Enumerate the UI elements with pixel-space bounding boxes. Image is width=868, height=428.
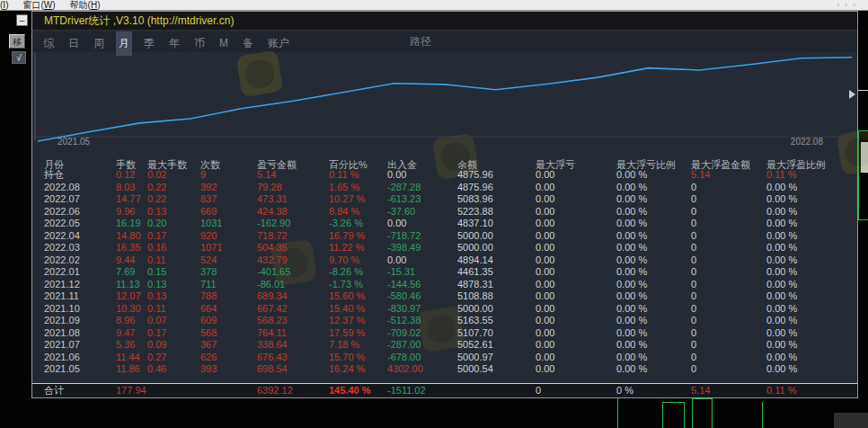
cell: 837 bbox=[200, 193, 217, 206]
menu-item-I[interactable]: (I) bbox=[0, 0, 8, 10]
tab-综[interactable]: 综 bbox=[43, 33, 54, 54]
cell: -287.28 bbox=[387, 182, 421, 194]
cell: 0 bbox=[691, 254, 696, 267]
cell: 0.00 % bbox=[616, 352, 647, 364]
row-label: 2021.07 bbox=[44, 339, 80, 352]
row-label: 2022.08 bbox=[44, 182, 80, 194]
cell: 4875.96 bbox=[457, 182, 493, 194]
row-label: 2022.01 bbox=[44, 266, 80, 279]
cell: 9.70 % bbox=[329, 254, 359, 267]
cell: 16.24 % bbox=[329, 363, 365, 376]
cell: 0.00 bbox=[536, 266, 554, 279]
cell: 0.00 % bbox=[766, 218, 797, 230]
cell: 5000.97 bbox=[457, 352, 493, 364]
path-button[interactable]: 路径 bbox=[410, 31, 431, 52]
cell: 0.00 bbox=[536, 182, 554, 194]
cell: 0.00 bbox=[536, 230, 554, 243]
tab-季[interactable]: 季 bbox=[144, 33, 155, 54]
tab-币[interactable]: 币 bbox=[194, 33, 205, 54]
cell: 392 bbox=[200, 182, 217, 194]
cell: 0.11 bbox=[147, 303, 166, 316]
cell: 0.00 bbox=[536, 339, 554, 352]
cell: 393 bbox=[200, 363, 217, 376]
row-label: 2021.10 bbox=[44, 303, 80, 316]
cell: 9.47 bbox=[116, 327, 135, 340]
cell: 0.20 bbox=[147, 218, 166, 230]
cell: 0.00 % bbox=[616, 182, 647, 194]
cell: 0.00 % bbox=[766, 266, 797, 279]
window-title-bar[interactable]: MTDriver统计 ,V3.10 (http://mtdriver.cn) bbox=[32, 12, 857, 31]
cell: -162.90 bbox=[257, 218, 290, 230]
green-vline-fragment bbox=[762, 402, 763, 428]
cell: 0.07 bbox=[147, 315, 166, 327]
cell: 0 bbox=[691, 266, 696, 279]
cell: 0.00 % bbox=[616, 218, 647, 230]
cell: 5000.54 bbox=[457, 363, 493, 376]
cell: 17.59 % bbox=[329, 327, 365, 340]
tab-日[interactable]: 日 bbox=[68, 33, 79, 54]
menu-item-W[interactable]: 窗口(W) bbox=[22, 0, 55, 10]
restore-window-button[interactable]: – bbox=[16, 14, 28, 26]
cell: -144.56 bbox=[387, 279, 421, 291]
cell: 473.31 bbox=[257, 193, 288, 206]
cell: 1071 bbox=[200, 242, 222, 254]
cell: 5000.00 bbox=[457, 242, 493, 254]
cell: 0 bbox=[691, 352, 696, 364]
cell: 0.09 bbox=[147, 339, 166, 352]
tab-年[interactable]: 年 bbox=[169, 33, 180, 54]
table-row-2022.07: 2022.0714.770.22837473.3110.27 %-613.235… bbox=[32, 193, 857, 206]
green-bracket-leg bbox=[712, 398, 713, 428]
totals-cell: -1511.02 bbox=[387, 384, 426, 397]
cell: 0.00 % bbox=[766, 206, 797, 218]
row-label: 2021.11 bbox=[44, 290, 79, 303]
cell: 5052.61 bbox=[457, 339, 493, 352]
cell: 0 bbox=[691, 279, 696, 291]
cell: 669 bbox=[200, 206, 217, 218]
menu-item-H[interactable]: 帮助(H) bbox=[70, 0, 101, 10]
cell: 0.00 bbox=[536, 279, 554, 291]
tab-M[interactable]: M bbox=[219, 33, 228, 54]
cell: 0.16 bbox=[147, 242, 166, 254]
check-tool-button[interactable]: √ bbox=[12, 51, 26, 64]
cell: 424.38 bbox=[257, 206, 288, 218]
cell: 16.35 bbox=[116, 242, 141, 254]
move-tool-button[interactable]: 移 bbox=[9, 34, 25, 49]
cell: 0.27 bbox=[147, 352, 166, 364]
cell: 764.11 bbox=[257, 327, 287, 340]
cell: -678.00 bbox=[387, 352, 421, 364]
cell: 8.96 bbox=[116, 315, 135, 327]
cell: 0.13 bbox=[147, 290, 166, 303]
cell: 0.11 % bbox=[329, 169, 359, 182]
cell: 0.00 bbox=[536, 315, 554, 327]
cell: 788 bbox=[200, 290, 217, 303]
cell: 667.42 bbox=[257, 303, 288, 316]
cell: 10.30 bbox=[116, 303, 141, 316]
cell: 626 bbox=[200, 352, 217, 364]
cell: 12.07 bbox=[116, 290, 141, 303]
cell: 367 bbox=[200, 339, 217, 352]
tab-周[interactable]: 周 bbox=[93, 33, 104, 54]
cell: 0.00 % bbox=[766, 363, 797, 376]
green-bracket-leg bbox=[662, 402, 663, 428]
cell: 0.00 % bbox=[766, 254, 797, 267]
cell: 0 bbox=[691, 290, 696, 303]
equity-line bbox=[38, 58, 852, 141]
cell: 0 bbox=[691, 218, 696, 230]
cell: 0.17 bbox=[147, 230, 166, 243]
window-title: MTDriver统计 ,V3.10 (http://mtdriver.cn) bbox=[44, 14, 234, 27]
tab-备[interactable]: 备 bbox=[243, 33, 253, 54]
cell: 568.23 bbox=[257, 315, 288, 327]
cell: 0.00 % bbox=[766, 339, 797, 352]
cell: 609 bbox=[200, 315, 217, 327]
cell: 0.00 % bbox=[766, 182, 797, 194]
cell: 0.12 bbox=[116, 169, 135, 182]
cell: 4894.14 bbox=[457, 254, 493, 267]
cell: 5.36 bbox=[116, 339, 135, 352]
totals-cell: 5.14 bbox=[691, 384, 710, 397]
cell: 676.43 bbox=[257, 352, 288, 364]
cell: 0.00 % bbox=[616, 254, 647, 267]
cell: 4461.35 bbox=[457, 266, 493, 279]
cell: 0 bbox=[691, 363, 696, 376]
cell: 9.44 bbox=[116, 254, 135, 267]
cell: 0.00 % bbox=[616, 169, 647, 182]
